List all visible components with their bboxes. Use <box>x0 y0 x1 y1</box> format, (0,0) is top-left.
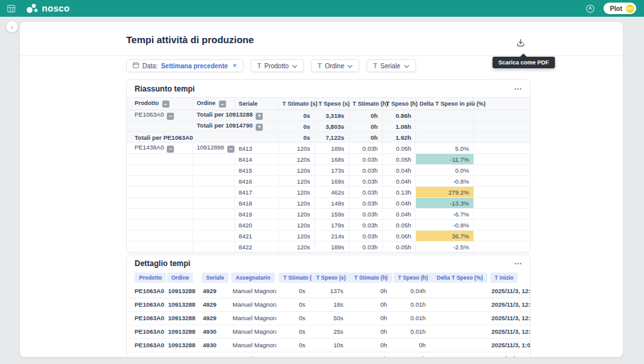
detail-col-header-pill[interactable]: Ordine <box>167 273 193 283</box>
download-tooltip: Scarica come PDF <box>493 53 555 68</box>
summary-col-header: T Speso (h) <box>382 98 415 110</box>
cell-ordine <box>193 165 234 176</box>
detail-col-header-pill[interactable]: Seriale <box>202 273 229 283</box>
cell-delta: 5.0% <box>415 143 473 154</box>
collapse-icon[interactable]: − <box>167 146 174 153</box>
sidebar-expand-button[interactable]: › <box>6 21 18 33</box>
detail-col-header: Ordine <box>164 271 199 284</box>
tooltip-text: Scarica come PDF <box>493 57 555 68</box>
close-icon[interactable]: ✕ <box>232 62 238 69</box>
cell-filler <box>473 242 530 253</box>
support-icon[interactable] <box>584 3 596 14</box>
cell-delta <box>430 311 488 325</box>
cell-ordine: 10913288 <box>164 284 199 298</box>
cell-seriale: 4929 <box>199 284 229 298</box>
detail-table-body: PE1063A0109132884929Manuel Magnora0s137s… <box>127 284 530 358</box>
summary-col-header: T Speso (s) <box>314 98 348 110</box>
cell-t_speso_h: 0.13h <box>382 187 415 198</box>
cell-seriale: 8418 <box>234 198 278 209</box>
cell-delta: 36.7% <box>415 231 473 242</box>
cell-t_stimato_h: 0h <box>347 284 391 298</box>
detail-section-title: Dettaglio tempi <box>135 259 191 268</box>
filter-chip-ordine[interactable]: T Ordine <box>311 59 359 72</box>
apps-grid-icon[interactable] <box>5 3 17 14</box>
detail-col-header-pill[interactable]: T inizio <box>490 273 518 283</box>
detail-row: PE1063A0109132884930Manuel Magnora0s85s0… <box>127 352 530 358</box>
detail-col-header: T Speso (s) <box>309 271 347 284</box>
cell-t_speso_s: 179s <box>314 220 348 231</box>
summary-col-header: Prodotto− <box>127 98 193 110</box>
filter-chip-prodotto-label: Prodotto <box>265 62 289 70</box>
plot-button[interactable]: Plot MG <box>603 3 636 14</box>
cell-filler <box>473 209 530 220</box>
summary-row: PE1438A0−10912899−8413120s189s0.03h0.05h… <box>127 143 530 154</box>
detail-col-header-pill[interactable]: Prodotto <box>135 273 166 283</box>
cell-prodotto: PE1063A0 <box>127 325 164 338</box>
cell-t_stimato_s: 0s <box>276 298 309 311</box>
cell-seriale: 4929 <box>199 311 229 325</box>
cell-t_speso_s: 169s <box>314 176 348 187</box>
cell-t_inizio: 2025/11/3, 1:00 <box>488 338 530 352</box>
cell-filler <box>473 220 530 231</box>
summary-row: 8418120s148s0.03h0.04h-13.3% <box>127 198 530 209</box>
filter-chip-ordine-label: Ordine <box>325 62 344 70</box>
more-options-icon[interactable]: ⋯ <box>514 86 522 91</box>
cell-ordine: 10913288 <box>164 325 199 338</box>
cell-t_stimato_s: 0s <box>276 338 309 352</box>
collapse-icon[interactable]: − <box>167 113 174 120</box>
cell-t_stimato_s: 120s <box>278 143 314 154</box>
avatar[interactable]: MG <box>626 5 634 13</box>
cell-seriale: 8422 <box>234 242 278 253</box>
detail-col-header-pill[interactable]: Assegnatario <box>231 273 275 283</box>
detail-col-header-pill[interactable]: Delta T Speso (%) <box>432 273 488 283</box>
filter-chip-prodotto[interactable]: T Prodotto <box>251 59 304 72</box>
cell-t_speso_s: 18s <box>309 298 347 311</box>
cell-t_stimato_h: 0.03h <box>348 176 382 187</box>
filter-chip-seriale[interactable]: T Seriale <box>366 59 415 72</box>
cell-t_stimato_h: 0.03h <box>348 198 382 209</box>
cell-t_speso_s: 462s <box>314 187 348 198</box>
cell-t_stimato_h: 0h <box>347 338 391 352</box>
summary-row: 8414120s168s0.03h0.05h-11.7% <box>127 154 530 165</box>
cell-filler <box>473 132 530 143</box>
more-options-icon[interactable]: ⋯ <box>514 261 522 266</box>
cell-t_speso_h: 0.01h <box>391 311 430 325</box>
cell-t_speso_s: 10s <box>309 338 347 352</box>
cell-t_stimato_h: 0.03h <box>348 143 382 154</box>
chevron-down-icon <box>404 62 410 70</box>
collapse-icon[interactable]: − <box>227 146 234 153</box>
cell-seriale: 8417 <box>234 187 278 198</box>
collapse-icon[interactable]: − <box>162 101 169 108</box>
summary-row: 8416120s169s0.03h0.04h-0.8% <box>127 176 530 187</box>
detail-col-header-pill[interactable]: T Speso (s) <box>312 273 350 283</box>
summary-col-header: Delta T Speso in più (%) <box>415 98 473 110</box>
cell-t_speso_h: 0h <box>391 338 430 352</box>
cell-delta: -0.8% <box>415 220 473 231</box>
cell-t_stimato_h: 0h <box>348 110 382 121</box>
cell-t_stimato_h: 0h <box>347 325 391 338</box>
text-filter-icon: T <box>373 62 377 70</box>
detail-row: PE1063A0109132884929Manuel Magnora0s137s… <box>127 284 530 298</box>
summary-row: 8422120s189s0.03h0.05h-2.5% <box>127 242 530 253</box>
cell-delta: -2.5% <box>415 242 473 253</box>
detail-col-header-pill[interactable]: T Stimato (h) <box>350 273 392 283</box>
cell-t_stimato_h: 0h <box>348 132 382 143</box>
cell-t_speso_s: 214s <box>314 231 348 242</box>
expand-icon[interactable]: + <box>256 124 263 131</box>
cell-t_inizio: 2025/11/3, 1:00 <box>488 352 530 358</box>
filter-chip-data[interactable]: Data: Settimana precedente ✕ <box>126 59 243 72</box>
cell-t_speso_s: 7,122s <box>314 132 348 143</box>
detail-col-header-pill[interactable]: T Speso (h) <box>393 273 432 283</box>
cell-seriale: 4929 <box>199 298 229 311</box>
page-background: › Tempi attività di produzione Scarica c… <box>0 17 644 364</box>
top-header-bar: nosco Plot MG <box>0 0 644 17</box>
download-pdf-icon[interactable] <box>516 38 526 50</box>
cell-filler <box>473 154 530 165</box>
collapse-icon[interactable]: − <box>219 101 226 108</box>
detail-col-header: T Stimato (s) <box>276 271 309 284</box>
cell-filler <box>473 143 530 154</box>
cell-t_stimato_s: 120s <box>278 154 314 165</box>
page-title: Tempi attività di produzione <box>126 34 254 45</box>
cell-assegnatario: Manuel Magnora <box>229 338 276 352</box>
expand-icon[interactable]: + <box>256 113 263 120</box>
